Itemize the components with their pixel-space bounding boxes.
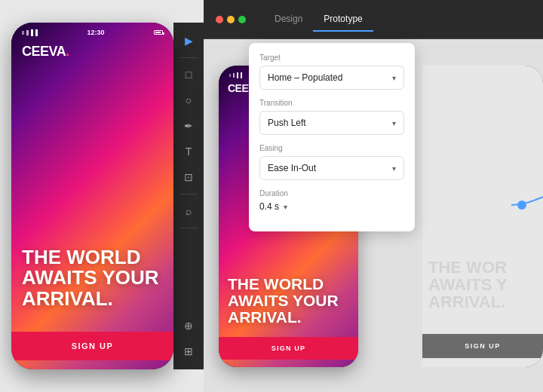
tool-divider-2 bbox=[179, 194, 198, 194]
easing-field: Easing Ease In-Out ▾ bbox=[259, 144, 404, 180]
phone-time-left: 12:30 bbox=[87, 29, 104, 36]
signal-icons-center bbox=[229, 72, 242, 78]
easing-label: Easing bbox=[259, 144, 404, 152]
close-button[interactable] bbox=[216, 16, 223, 23]
tool-layers[interactable]: ⊞ bbox=[178, 341, 199, 362]
app-container: 12:30 CEEVA. THE WORLD AWAITS YOUR ARRIV… bbox=[0, 0, 543, 392]
easing-dropdown[interactable]: Ease In-Out ▾ bbox=[259, 156, 404, 180]
tool-frame[interactable]: □ bbox=[178, 64, 199, 85]
phone-right: THE WOR AWAITS Y ARRIVAL. SIGN UP bbox=[422, 66, 543, 367]
prototype-panel: Target Home – Populated ▾ Transition Pus… bbox=[249, 43, 415, 231]
transition-label: Transition bbox=[259, 99, 404, 107]
tool-shape[interactable]: ○ bbox=[178, 90, 199, 111]
tool-component[interactable]: ⊡ bbox=[178, 167, 199, 188]
top-bar: Design Prototype bbox=[204, 0, 543, 39]
target-dropdown[interactable]: Home – Populated ▾ bbox=[259, 66, 404, 90]
tool-select[interactable]: ▶ bbox=[178, 30, 199, 51]
tab-prototype[interactable]: Prototype bbox=[313, 8, 373, 32]
tab-design[interactable]: Design bbox=[264, 8, 313, 32]
transition-dropdown-arrow: ▾ bbox=[392, 119, 396, 127]
duration-field: Duration 0.4 s ▾ bbox=[259, 189, 404, 212]
duration-value: 0.4 s bbox=[259, 201, 279, 212]
phone-left: 12:30 CEEVA. THE WORLD AWAITS YOUR ARRIV… bbox=[11, 23, 173, 369]
phone-tagline-center: THE WORLD AWAITS YOUR ARRIVAL. bbox=[228, 276, 351, 326]
phone-cta-center: SIGN UP bbox=[219, 337, 358, 360]
duration-label: Duration bbox=[259, 189, 404, 198]
phone-status-icons bbox=[154, 30, 163, 35]
main-content: Design Prototype 12:30 bbox=[204, 0, 543, 392]
toolbar: ▶ □ ○ ✒ T ⊡ ⌕ ⊕ ⊞ bbox=[173, 23, 204, 369]
easing-value: Ease In-Out bbox=[268, 163, 316, 173]
tool-divider-1 bbox=[179, 57, 198, 58]
tab-bar: Design Prototype bbox=[264, 8, 373, 32]
target-label: Target bbox=[259, 54, 404, 62]
tool-text[interactable]: T bbox=[178, 141, 199, 162]
transition-value: Push Left bbox=[268, 118, 306, 128]
maximize-button[interactable] bbox=[238, 16, 246, 23]
easing-dropdown-arrow: ▾ bbox=[392, 164, 396, 173]
target-field: Target Home – Populated ▾ bbox=[259, 54, 404, 90]
phone-right-cta-text: SIGN UP bbox=[465, 342, 501, 350]
phone-logo-left: CEEVA. bbox=[22, 44, 69, 60]
duration-dropdown-arrow[interactable]: ▾ bbox=[284, 203, 287, 211]
tool-zoom[interactable]: ⌕ bbox=[178, 201, 199, 222]
phone-right-cta: SIGN UP bbox=[422, 334, 543, 358]
phone-cta-left: SIGN UP bbox=[11, 332, 173, 360]
connection-dot bbox=[517, 201, 526, 210]
tool-inspect[interactable]: ⊕ bbox=[178, 315, 199, 336]
phone-tagline-left: THE WORLD AWAITS YOUR ARRIVAL. bbox=[22, 247, 163, 309]
phone-right-tagline: THE WOR AWAITS Y ARRIVAL. bbox=[428, 259, 540, 311]
transition-field: Transition Push Left ▾ bbox=[259, 99, 404, 135]
signal-icons bbox=[22, 29, 38, 36]
minimize-button[interactable] bbox=[227, 16, 235, 23]
phone-cta-text-center: SIGN UP bbox=[272, 345, 305, 352]
transition-dropdown[interactable]: Push Left ▾ bbox=[259, 111, 404, 135]
canvas-area: 12:30 CEEVA. THE WORLD AWAITS YOUR ARRIV… bbox=[204, 39, 543, 392]
phone-status-bar-left: 12:30 bbox=[11, 29, 173, 36]
phone-cta-text-left: SIGN UP bbox=[72, 341, 114, 351]
phone-right-screen: THE WOR AWAITS Y ARRIVAL. SIGN UP bbox=[422, 66, 543, 367]
tool-divider-3 bbox=[179, 228, 198, 228]
tool-pen[interactable]: ✒ bbox=[178, 115, 199, 136]
phone-left-screen: 12:30 CEEVA. THE WORLD AWAITS YOUR ARRIV… bbox=[11, 23, 173, 369]
target-value: Home – Populated bbox=[268, 72, 342, 83]
target-dropdown-arrow: ▾ bbox=[392, 74, 396, 82]
traffic-lights bbox=[216, 16, 246, 23]
duration-row: 0.4 s ▾ bbox=[259, 201, 404, 212]
